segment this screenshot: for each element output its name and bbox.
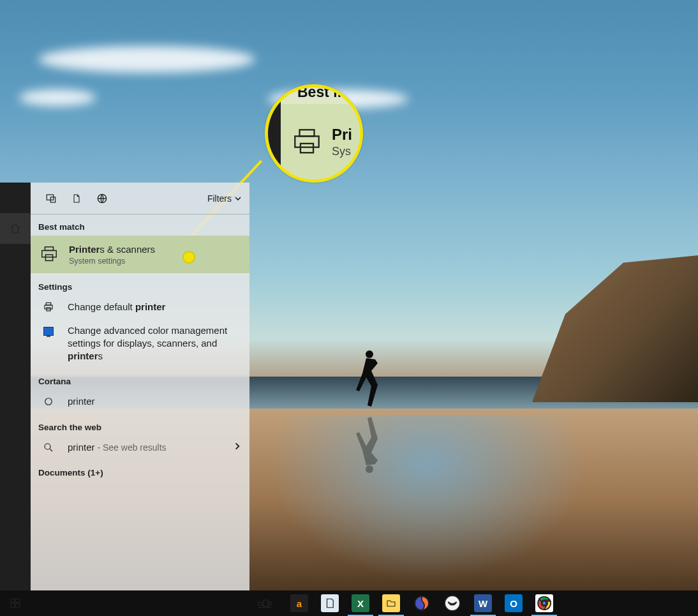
rail-settings-button[interactable] [0, 529, 31, 560]
svg-rect-26 [264, 600, 269, 606]
search-icon [38, 442, 59, 453]
runner-reflection [348, 412, 383, 476]
rail-notebook-button[interactable] [0, 244, 31, 274]
svg-rect-25 [258, 602, 262, 605]
task-view-button[interactable] [249, 590, 280, 616]
svg-point-0 [366, 350, 373, 358]
taskbar-app-file-explorer[interactable] [376, 590, 406, 616]
taskbar-app-excel[interactable]: X [345, 590, 376, 616]
filters-dropdown[interactable]: Filters [207, 193, 242, 204]
magnifier-subtitle: Sys [332, 145, 352, 158]
runner-silhouette [348, 348, 383, 412]
svg-rect-4 [301, 144, 313, 153]
settings-color-management[interactable]: Change advanced color management setting… [31, 319, 249, 368]
cloud-decoration [38, 46, 255, 73]
best-match-printers-scanners[interactable]: Printers & scanners System settings [31, 236, 249, 273]
scope-documents-button[interactable] [64, 183, 89, 214]
magnifier-title: Pri [332, 126, 352, 144]
svg-rect-16 [45, 305, 52, 309]
svg-rect-24 [15, 603, 19, 607]
scope-web-button[interactable] [89, 183, 115, 214]
file-explorer-icon [382, 594, 400, 612]
svg-rect-14 [45, 255, 52, 260]
excel-icon: X [352, 594, 369, 612]
taskbar-app-amazon[interactable]: a [284, 590, 315, 616]
web-item-label: printer - See web results [68, 441, 167, 454]
svg-point-32 [542, 601, 546, 605]
outlook-icon: O [505, 594, 523, 612]
svg-rect-22 [15, 599, 19, 603]
magnifier-header-text: Best ı. [297, 84, 341, 101]
cortana-ring-icon [38, 396, 59, 407]
web-result-printer[interactable]: printer - See web results [31, 436, 249, 459]
printer-icon [38, 301, 59, 313]
cortana-left-rail [0, 183, 31, 590]
svg-point-8 [12, 571, 16, 575]
taskbar-app-firefox[interactable] [406, 590, 437, 616]
filters-label: Filters [207, 193, 232, 204]
highlight-dot-marker [182, 251, 195, 264]
notepad-icon [321, 594, 339, 612]
chevron-right-icon [233, 442, 242, 453]
chevron-down-icon [234, 195, 242, 202]
snip-icon [443, 594, 461, 612]
best-match-label: Best match [31, 214, 249, 236]
printer-icon [38, 245, 60, 264]
scope-apps-button[interactable] [38, 183, 64, 214]
settings-section-label: Settings [31, 273, 249, 296]
svg-point-1 [366, 465, 373, 473]
wet-sand-reflection [268, 415, 587, 581]
start-button[interactable] [0, 590, 31, 616]
firefox-icon [413, 594, 431, 612]
taskbar-app-snip[interactable] [437, 590, 468, 616]
svg-point-29 [445, 596, 460, 611]
svg-rect-27 [269, 602, 271, 605]
highlight-magnifier: Best ı. Pri Sys [265, 84, 363, 183]
svg-point-18 [45, 398, 52, 405]
best-match-title: Printers & scanners [69, 243, 155, 256]
printer-icon [292, 127, 322, 156]
rail-feedback-button[interactable] [0, 560, 31, 590]
cloud-decoration [19, 89, 96, 106]
svg-rect-23 [11, 603, 15, 607]
best-match-subtitle: System settings [69, 257, 155, 266]
taskbar: a X W O [0, 590, 698, 616]
cortana-item-label: printer [68, 395, 95, 408]
chrome-icon [535, 594, 553, 612]
rock-decoration [532, 255, 698, 402]
svg-rect-13 [42, 250, 57, 257]
taskbar-app-notepad[interactable] [315, 590, 345, 616]
rail-home-button[interactable] [0, 213, 31, 244]
rail-devices-button[interactable] [0, 274, 31, 305]
word-icon: W [474, 594, 492, 612]
documents-section-label: Documents (1+) [31, 459, 249, 481]
settings-item-label: Change advanced color management setting… [68, 324, 242, 363]
search-results-panel: Filters Best match Printers & scanners S… [31, 183, 249, 590]
taskbar-app-chrome[interactable] [529, 590, 560, 616]
svg-rect-6 [13, 286, 17, 294]
amazon-icon: a [290, 594, 308, 612]
cortana-result-printer[interactable]: printer [31, 390, 249, 413]
rail-menu-button[interactable] [0, 183, 31, 213]
svg-rect-12 [45, 246, 53, 250]
svg-point-19 [45, 444, 50, 449]
svg-rect-3 [295, 136, 318, 147]
settings-change-default-printer[interactable]: Change default printer [31, 296, 249, 319]
search-web-label: Search the web [31, 414, 249, 436]
cortana-section-label: Cortana [31, 368, 249, 390]
monitor-icon [38, 327, 59, 336]
svg-rect-21 [11, 599, 15, 603]
taskbar-app-outlook[interactable]: O [498, 590, 529, 616]
svg-point-7 [14, 543, 17, 546]
taskbar-app-word[interactable]: W [468, 590, 498, 616]
svg-rect-2 [300, 130, 315, 136]
search-scope-header: Filters [31, 183, 249, 214]
settings-item-label: Change default printer [68, 301, 165, 313]
